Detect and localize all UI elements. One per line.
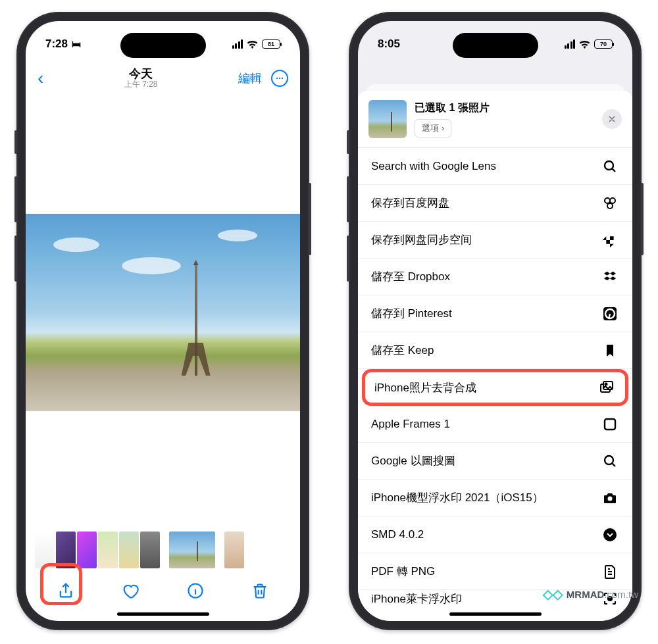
photo-viewport[interactable] (26, 96, 300, 529)
nav-bar: ‹ 今天 上午 7:28 編輯 (26, 61, 300, 96)
svg-point-0 (276, 78, 278, 79)
pinterest-icon (601, 305, 619, 323)
status-time: 7:28 (45, 37, 68, 51)
phone-frame-left: 7:28 🛏 81 ‹ 今天 上午 7:28 編輯 (16, 12, 309, 630)
sheet-thumbnail (368, 100, 407, 138)
images-icon (597, 378, 616, 397)
svg-point-16 (603, 528, 617, 541)
action-pdf-to-png[interactable]: PDF 轉 PNG (358, 553, 632, 590)
action-label: 儲存到 Pinterest (371, 306, 452, 321)
battery-icon: 81 (262, 39, 280, 49)
svg-point-5 (605, 198, 610, 203)
sync-icon (601, 231, 619, 249)
action-watermark-2021[interactable]: iPhone機型浮水印 2021（iOS15） (358, 480, 632, 516)
action-label: iPhone機型浮水印 2021（iOS15） (371, 490, 544, 505)
thumbnail[interactable] (119, 532, 139, 568)
action-google-image-search[interactable]: Google 以圖搜圖 (358, 443, 632, 480)
svg-point-12 (605, 384, 607, 385)
chevron-down-circle-icon (601, 526, 619, 544)
dynamic-island (453, 33, 538, 58)
sheet-header: 已選取 1 張照片 選項 › (358, 91, 632, 148)
options-button[interactable]: 選項 › (415, 119, 451, 137)
action-smd[interactable]: SMD 4.0.2 (358, 516, 632, 553)
sleep-icon: 🛏 (72, 39, 81, 49)
battery-icon: 70 (594, 39, 613, 49)
action-list[interactable]: Search with Google Lens 保存到百度网盘 保存到网盘同步空… (358, 148, 632, 621)
dynamic-island (120, 33, 206, 58)
action-label: 保存到百度网盘 (371, 195, 449, 211)
action-label: Apple Frames 1 (371, 418, 450, 431)
action-google-lens[interactable]: Search with Google Lens (358, 148, 632, 185)
thumbnail[interactable] (98, 532, 118, 568)
action-apple-frames[interactable]: Apple Frames 1 (358, 406, 632, 443)
info-button[interactable] (181, 576, 210, 605)
action-dropbox[interactable]: 儲存至 Dropbox (358, 259, 632, 295)
document-icon (601, 562, 619, 581)
square-icon (601, 415, 619, 433)
action-label: Google 以圖搜圖 (371, 453, 455, 468)
wifi-icon (247, 40, 258, 49)
thumbnail-strip[interactable] (26, 529, 300, 571)
favorite-button[interactable] (116, 576, 145, 605)
svg-point-6 (610, 198, 615, 203)
sheet-title: 已選取 1 張照片 (415, 101, 594, 115)
search-icon (601, 157, 619, 176)
wifi-icon (579, 40, 590, 49)
action-label: Search with Google Lens (371, 160, 496, 173)
svg-rect-13 (605, 419, 615, 430)
baidu-icon (601, 194, 619, 212)
home-indicator[interactable] (117, 612, 209, 616)
action-label: iPhone照片去背合成 (374, 380, 476, 395)
back-button[interactable]: ‹ (38, 68, 43, 89)
action-baidu-sync[interactable]: 保存到网盘同步空间 (358, 222, 632, 259)
svg-point-1 (279, 78, 280, 79)
action-keep[interactable]: 儲存至 Keep (358, 332, 632, 369)
thumbnail[interactable] (56, 532, 76, 568)
cellular-icon (565, 39, 576, 49)
thumbnail[interactable] (77, 532, 97, 568)
nav-subtitle: 上午 7:28 (124, 80, 158, 89)
bookmark-icon (601, 341, 619, 360)
status-time: 8:05 (378, 37, 400, 51)
edit-button[interactable]: 編輯 (238, 70, 262, 86)
svg-point-15 (608, 496, 613, 501)
thumbnail[interactable] (140, 532, 160, 568)
watermark-logo-icon: ◇◇ (543, 586, 563, 602)
dropbox-icon (601, 268, 619, 286)
home-indicator[interactable] (449, 612, 542, 616)
nav-title: 今天 (124, 67, 158, 81)
watermark: ◇◇ MRMAD.com.tw (543, 586, 638, 602)
search-icon (601, 452, 619, 470)
photo-eiffel (26, 214, 300, 411)
action-label: SMD 4.0.2 (371, 528, 424, 541)
close-button[interactable] (602, 109, 622, 129)
share-sheet: 已選取 1 張照片 選項 › Search with Google Lens (358, 91, 632, 621)
phone-frame-right: 8:05 70 已選取 1 張照片 選項 › (349, 12, 642, 630)
action-pinterest[interactable]: 儲存到 Pinterest (358, 295, 632, 332)
share-button[interactable] (51, 576, 80, 605)
svg-point-7 (607, 203, 613, 209)
svg-point-2 (282, 78, 283, 79)
action-baidu-pan[interactable]: 保存到百度网盘 (358, 185, 632, 222)
more-button[interactable] (271, 70, 288, 87)
delete-button[interactable] (245, 576, 274, 605)
thumbnail-selected[interactable] (169, 532, 215, 568)
thumbnail[interactable] (35, 532, 55, 568)
action-label: 儲存至 Keep (371, 343, 434, 358)
chevron-right-icon: › (442, 123, 444, 133)
action-label: iPhone萊卡浮水印 (371, 591, 462, 607)
action-label: PDF 轉 PNG (371, 564, 435, 579)
action-label: 保存到网盘同步空间 (371, 232, 472, 247)
thumbnail[interactable] (224, 532, 244, 568)
action-remove-bg-highlighted[interactable]: iPhone照片去背合成 (362, 369, 628, 406)
action-label: 儲存至 Dropbox (371, 269, 450, 284)
cellular-icon (232, 39, 243, 49)
camera-icon (601, 489, 619, 507)
